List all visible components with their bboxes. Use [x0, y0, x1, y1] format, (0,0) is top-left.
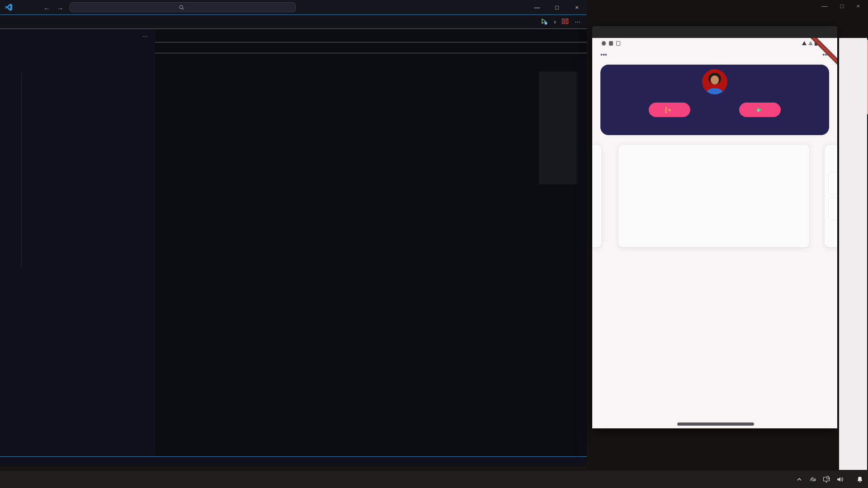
activity-bar: [0, 15, 155, 28]
carousel-next-card[interactable]: [825, 145, 837, 247]
signal-icon: [808, 41, 813, 45]
nav-arrows: ← →: [43, 4, 63, 11]
statistics-card: [618, 145, 809, 247]
status-bar: [0, 456, 587, 466]
vscode-logo-icon: [5, 3, 13, 11]
chevron-down-icon[interactable]: ∨: [553, 19, 557, 24]
user-card: [600, 65, 829, 135]
system-tray: [796, 476, 863, 483]
keluar-button[interactable]: [649, 103, 690, 117]
split-editor-icon[interactable]: [562, 19, 569, 25]
network-icon[interactable]: [823, 476, 830, 483]
background-window-controls: — □ ×: [822, 3, 860, 9]
statistics-carousel[interactable]: [592, 144, 837, 249]
titlebar: ← → — □ ×: [0, 0, 587, 15]
run-debug-icon[interactable]: [541, 18, 548, 25]
sync-button[interactable]: [739, 103, 781, 117]
emulator-screen: ••• •••: [592, 38, 837, 428]
code-editor[interactable]: [155, 29, 587, 456]
maximize-icon[interactable]: □: [840, 3, 844, 9]
carousel-prev-card[interactable]: [592, 145, 601, 247]
menu-dots-left-icon[interactable]: •••: [600, 51, 618, 58]
close-icon[interactable]: ×: [856, 3, 860, 9]
nav-back-icon[interactable]: ←: [43, 4, 50, 11]
indent-guide: [21, 73, 22, 267]
volume-icon[interactable]: [836, 476, 844, 483]
explorer-more-icon[interactable]: ⋯: [143, 33, 148, 39]
tray-expand-icon[interactable]: [796, 476, 803, 483]
minimize-icon[interactable]: —: [822, 3, 828, 9]
minimize-button[interactable]: —: [527, 0, 547, 14]
vscode-window: ← → — □ × ∨: [0, 0, 587, 466]
breadcrumb[interactable]: [155, 29, 587, 42]
android-status-bar: [592, 38, 837, 46]
cloud-sync-icon: [755, 107, 762, 113]
sticky-scroll-line[interactable]: [155, 42, 587, 53]
command-search-input[interactable]: [70, 2, 296, 12]
activity-tab-bar: ∨ ⋯: [0, 15, 587, 29]
editor-actions: ∨ ⋯: [541, 15, 587, 28]
gesture-bar[interactable]: [677, 422, 754, 426]
logout-icon: [665, 107, 671, 113]
avatar: [702, 69, 727, 94]
screen: — □ × ← → — □ ×: [0, 0, 868, 488]
more-actions-icon[interactable]: ⋯: [575, 19, 580, 25]
sdcard-icon: [616, 41, 620, 46]
explorer-sidebar: ⋯: [0, 29, 155, 456]
emulator-window: ••• •••: [592, 26, 837, 428]
maximize-button[interactable]: □: [547, 0, 567, 14]
shield-icon: [602, 41, 606, 46]
battery-app-icon: [609, 41, 613, 46]
notification-bell-icon[interactable]: [856, 476, 863, 483]
emulator-toolbar: [839, 38, 867, 470]
overview-ruler[interactable]: [577, 58, 587, 456]
nav-forward-icon[interactable]: →: [57, 4, 63, 11]
minimap[interactable]: [539, 71, 577, 456]
onedrive-paused-icon[interactable]: [809, 476, 816, 483]
emulator-titlebar[interactable]: [592, 26, 837, 38]
window-controls: — □ ×: [527, 0, 587, 14]
wifi-icon: [802, 41, 807, 45]
close-button[interactable]: ×: [567, 0, 587, 14]
search-icon: [179, 5, 184, 10]
taskbar: [0, 470, 868, 488]
app-bar: ••• •••: [592, 46, 837, 58]
